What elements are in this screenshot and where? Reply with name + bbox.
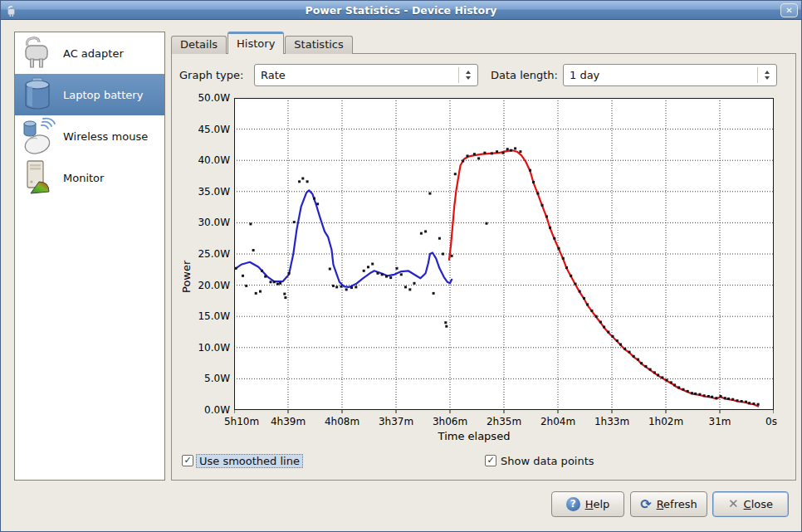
y-tick-label: 20.0W: [187, 280, 230, 291]
tab-history[interactable]: History: [227, 32, 284, 54]
checkmark-icon: ✓: [183, 455, 191, 466]
x-tick-label: 2h35m: [479, 416, 529, 427]
x-tick-label: 4h39m: [263, 416, 313, 427]
x-tick-label: 1h02m: [641, 416, 691, 427]
y-tick-label: 35.0W: [187, 186, 230, 198]
window-title: Power Statistics - Device History: [306, 4, 497, 17]
app-icon: [5, 3, 19, 17]
power-statistics-window: Power Statistics - Device History ✕ AC a…: [0, 0, 802, 532]
help-button[interactable]: ? Help: [551, 491, 624, 517]
show-data-points-checkbox[interactable]: ✓: [485, 455, 496, 466]
data-length-value: 1 day: [564, 69, 757, 81]
sidebar-item-ac-adapter[interactable]: AC adapter: [15, 32, 164, 74]
y-tick-label: 30.0W: [187, 217, 230, 228]
chart-plot-area: [234, 98, 774, 414]
y-tick-label: 10.0W: [187, 342, 230, 354]
y-tick-label: 25.0W: [187, 248, 230, 260]
close-icon: ✕: [785, 6, 792, 15]
close-icon: ✕: [728, 498, 739, 510]
x-tick-label: 3h37m: [371, 416, 421, 427]
ac-adapter-icon: [19, 34, 56, 72]
use-smoothed-line-checkbox[interactable]: ✓: [182, 455, 193, 466]
monitor-icon: [19, 159, 56, 197]
x-tick-label: 4h08m: [317, 416, 367, 427]
refresh-button[interactable]: ⟳ Refresh: [630, 491, 707, 517]
sidebar-item-monitor[interactable]: Monitor: [15, 157, 164, 198]
tab-statistics[interactable]: Statistics: [285, 36, 352, 54]
graph-type-label: Graph type:: [179, 69, 243, 81]
y-tick-label: 15.0W: [187, 310, 230, 322]
close-window-button[interactable]: ✕: [780, 3, 798, 17]
help-icon: ?: [566, 497, 580, 511]
combo-arrows-icon: [758, 71, 776, 80]
notebook-tabbar: Details History Statistics: [171, 33, 354, 54]
sidebar-item-label: Laptop battery: [63, 89, 143, 101]
x-tick-label: 3h06m: [425, 416, 475, 427]
data-length-label: Data length:: [491, 69, 558, 81]
close-button[interactable]: ✕ Close: [712, 491, 789, 517]
graph-type-value: Rate: [255, 69, 458, 81]
sidebar-item-label: Wireless mouse: [63, 130, 148, 143]
x-tick-label: 5h10m: [217, 416, 267, 427]
y-tick-label: 40.0W: [187, 154, 230, 166]
x-axis-title: Time elapsed: [374, 430, 574, 442]
titlebar[interactable]: Power Statistics - Device History ✕: [1, 1, 801, 20]
x-tick-label: 0s: [746, 416, 796, 427]
history-chart: [234, 98, 774, 414]
checkmark-icon: ✓: [487, 455, 494, 466]
data-length-select[interactable]: 1 day: [563, 64, 777, 86]
use-smoothed-line-label[interactable]: Use smoothed line: [196, 454, 303, 468]
x-tick-label: 31m: [695, 416, 745, 427]
y-tick-label: 0.0W: [187, 404, 230, 416]
x-tick-label: 2h04m: [533, 416, 583, 427]
x-tick-label: 1h33m: [587, 416, 637, 427]
y-tick-label: 5.0W: [187, 373, 230, 384]
y-tick-label: 45.0W: [187, 124, 230, 135]
refresh-icon: ⟳: [640, 498, 651, 511]
show-data-points-label[interactable]: Show data points: [501, 455, 594, 467]
wireless-mouse-icon: [19, 117, 56, 155]
help-button-label: Help: [585, 498, 610, 510]
sidebar-item-wireless-mouse[interactable]: Wireless mouse: [15, 115, 164, 157]
tab-details[interactable]: Details: [171, 36, 227, 54]
sidebar-item-label: Monitor: [63, 172, 104, 184]
battery-icon: [19, 76, 56, 114]
device-list: AC adapter Laptop battery Wireless mouse: [14, 32, 165, 481]
close-button-label: Close: [744, 498, 773, 510]
sidebar-item-label: AC adapter: [63, 47, 124, 60]
graph-type-select[interactable]: Rate: [254, 64, 478, 86]
combo-arrows-icon: [459, 71, 477, 80]
refresh-button-label: Refresh: [657, 498, 697, 510]
sidebar-item-laptop-battery[interactable]: Laptop battery: [15, 74, 164, 115]
y-tick-label: 50.0W: [187, 92, 230, 104]
